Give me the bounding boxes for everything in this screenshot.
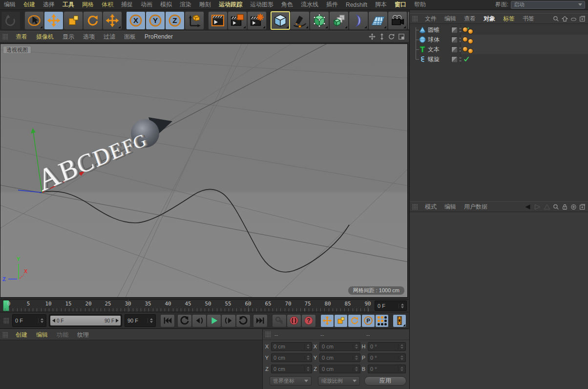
range-left-arrow[interactable] bbox=[52, 319, 55, 323]
panel-grip[interactable] bbox=[2, 34, 8, 40]
mat-menu-create[interactable]: 创建 bbox=[11, 331, 32, 339]
panel-grip[interactable] bbox=[2, 332, 8, 338]
mat-menu-edit[interactable]: 编辑 bbox=[32, 331, 52, 339]
help-button[interactable]: ? bbox=[301, 314, 316, 327]
menu-tools[interactable]: 工具 bbox=[59, 0, 78, 9]
timeline-window-button[interactable] bbox=[393, 314, 406, 327]
render-picture-viewer-button[interactable] bbox=[228, 11, 247, 30]
rotation-b-field[interactable]: 0 ° bbox=[368, 365, 406, 373]
floor-button[interactable] bbox=[368, 11, 388, 30]
home-icon[interactable] bbox=[562, 16, 568, 22]
om-menu-file[interactable]: 文件 bbox=[421, 15, 441, 23]
tag-icon[interactable] bbox=[463, 27, 467, 32]
menu-render[interactable]: 渲染 bbox=[176, 0, 195, 9]
undo-button[interactable] bbox=[1, 11, 21, 30]
menu-edit[interactable]: 编辑 bbox=[0, 0, 20, 9]
menu-mesh[interactable]: 网格 bbox=[78, 0, 98, 9]
vp-menu-options[interactable]: 选项 bbox=[79, 33, 99, 41]
target-icon[interactable] bbox=[570, 204, 577, 210]
keyframe-rotation-button[interactable] bbox=[348, 314, 361, 327]
vp-menu-display[interactable]: 显示 bbox=[58, 33, 79, 41]
range-start-field[interactable]: 0 F bbox=[12, 314, 46, 327]
object-row-cone[interactable]: 圆锥 bbox=[410, 25, 588, 35]
rotate-tool-button[interactable] bbox=[83, 11, 103, 30]
lock-icon[interactable] bbox=[562, 204, 568, 210]
menu-animate[interactable]: 动画 bbox=[137, 0, 156, 9]
position-x-field[interactable]: 0 cm bbox=[271, 342, 312, 351]
menu-plugins[interactable]: 插件 bbox=[322, 0, 342, 9]
scale-x-field[interactable]: 0 cm bbox=[319, 342, 360, 351]
vp-menu-view[interactable]: 查看 bbox=[11, 33, 32, 41]
viewport-pan-icon[interactable] bbox=[369, 33, 376, 40]
history-back-icon[interactable] bbox=[524, 204, 531, 210]
move-tool-button[interactable] bbox=[44, 11, 63, 30]
scale-z-field[interactable]: 0 cm bbox=[319, 365, 360, 373]
apply-button[interactable]: 应用 bbox=[364, 376, 406, 386]
menu-volume[interactable]: 体积 bbox=[98, 0, 117, 9]
scale-mode-dropdown[interactable]: 缩放比例 bbox=[318, 376, 360, 386]
menu-motion-tracker[interactable]: 运动跟踪 bbox=[215, 0, 246, 9]
add-panel-icon[interactable] bbox=[579, 204, 586, 210]
om-menu-view[interactable]: 查看 bbox=[460, 15, 480, 23]
add-cube-button[interactable] bbox=[271, 11, 290, 30]
om-menu-bookmarks[interactable]: 书签 bbox=[519, 15, 538, 23]
last-tool-button[interactable] bbox=[103, 11, 122, 30]
eye-icon[interactable] bbox=[570, 16, 577, 22]
position-y-field[interactable]: 0 cm bbox=[271, 353, 312, 362]
menu-character[interactable]: 角色 bbox=[277, 0, 297, 9]
camera-button[interactable] bbox=[388, 11, 407, 30]
vp-menu-filter[interactable]: 过滤 bbox=[99, 33, 120, 41]
layer-toggle-icon[interactable] bbox=[451, 27, 458, 33]
menu-mograph[interactable]: 运动图形 bbox=[246, 0, 277, 9]
vp-menu-prorender[interactable]: ProRender bbox=[140, 33, 177, 40]
menu-sculpt[interactable]: 雕刻 bbox=[195, 0, 215, 9]
am-menu-mode[interactable]: 模式 bbox=[421, 203, 441, 211]
viewport-rotate-icon[interactable] bbox=[388, 33, 395, 40]
previous-key-button[interactable] bbox=[192, 314, 207, 327]
spline-curve[interactable] bbox=[40, 189, 349, 272]
menu-window[interactable]: 窗口 bbox=[391, 0, 410, 9]
scale-y-field[interactable]: 0 cm bbox=[319, 353, 360, 362]
render-settings-button[interactable] bbox=[247, 11, 267, 30]
history-forward-icon[interactable] bbox=[534, 204, 541, 210]
layer-toggle-icon[interactable] bbox=[451, 46, 458, 53]
next-key-button[interactable] bbox=[221, 314, 236, 327]
timeline-ruler[interactable]: 0 5 10 15 20 25 30 35 40 45 50 55 60 65 … bbox=[0, 299, 409, 312]
preview-range-slider[interactable]: 0 F90 F bbox=[49, 314, 122, 327]
tag-icon[interactable] bbox=[463, 47, 467, 51]
y-axis-lock-button[interactable]: Y bbox=[146, 11, 165, 30]
live-selection-button[interactable] bbox=[24, 11, 44, 30]
viewport-maximize-icon[interactable] bbox=[398, 33, 405, 40]
scale-tool-button[interactable] bbox=[63, 11, 83, 30]
menu-script[interactable]: 脚本 bbox=[371, 0, 391, 9]
tag-icon[interactable] bbox=[463, 37, 467, 42]
object-row-sphere[interactable]: 球体 bbox=[410, 35, 588, 44]
vp-menu-panel[interactable]: 面板 bbox=[120, 33, 140, 41]
panel-grip[interactable] bbox=[412, 16, 418, 22]
array-button[interactable] bbox=[329, 11, 349, 30]
om-menu-tags[interactable]: 标签 bbox=[499, 15, 519, 23]
am-menu-userdata[interactable]: 用户数据 bbox=[460, 203, 491, 211]
z-axis-lock-button[interactable]: Z bbox=[165, 11, 185, 30]
keyframe-scale-button[interactable] bbox=[334, 314, 348, 327]
object-row-helix[interactable]: 螺旋 bbox=[410, 54, 588, 64]
current-frame-field[interactable]: 0 F bbox=[375, 301, 407, 311]
material-list-area[interactable] bbox=[0, 341, 262, 389]
coordinate-system-button[interactable] bbox=[185, 11, 204, 30]
vp-menu-camera[interactable]: 摄像机 bbox=[32, 33, 58, 41]
field-button[interactable] bbox=[349, 11, 368, 30]
panel-grip[interactable] bbox=[265, 331, 271, 338]
layer-toggle-icon[interactable] bbox=[451, 56, 458, 63]
rotation-h-field[interactable]: 0 ° bbox=[368, 342, 406, 351]
menu-help[interactable]: 帮助 bbox=[410, 0, 430, 9]
panel-grip[interactable] bbox=[412, 204, 418, 210]
om-menu-objects[interactable]: 对象 bbox=[480, 15, 499, 23]
menu-snap[interactable]: 捕捉 bbox=[117, 0, 137, 9]
position-z-field[interactable]: 0 cm bbox=[271, 365, 312, 373]
keyframe-pla-button[interactable] bbox=[375, 314, 389, 327]
keyframe-position-button[interactable] bbox=[320, 314, 334, 327]
menu-simulate[interactable]: 模拟 bbox=[156, 0, 176, 9]
range-right-arrow[interactable] bbox=[116, 319, 119, 323]
search-icon[interactable] bbox=[553, 204, 559, 210]
autokey-button[interactable] bbox=[287, 314, 301, 327]
